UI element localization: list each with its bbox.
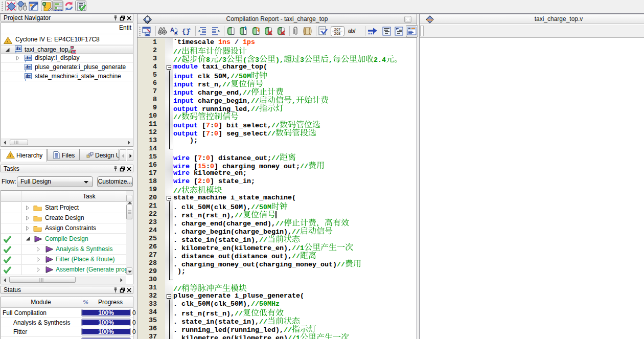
svg-text:ab/: ab/	[348, 28, 356, 34]
svg-text:abc: abc	[16, 46, 21, 51]
svg-text:268: 268	[334, 31, 341, 36]
svg-text:A: A	[170, 27, 174, 33]
svg-text:abc: abc	[26, 55, 31, 60]
svg-text:abc: abc	[26, 64, 31, 70]
svg-text:abc: abc	[427, 18, 433, 21]
svg-text:B: B	[174, 31, 178, 36]
svg-text:abc: abc	[26, 74, 31, 79]
